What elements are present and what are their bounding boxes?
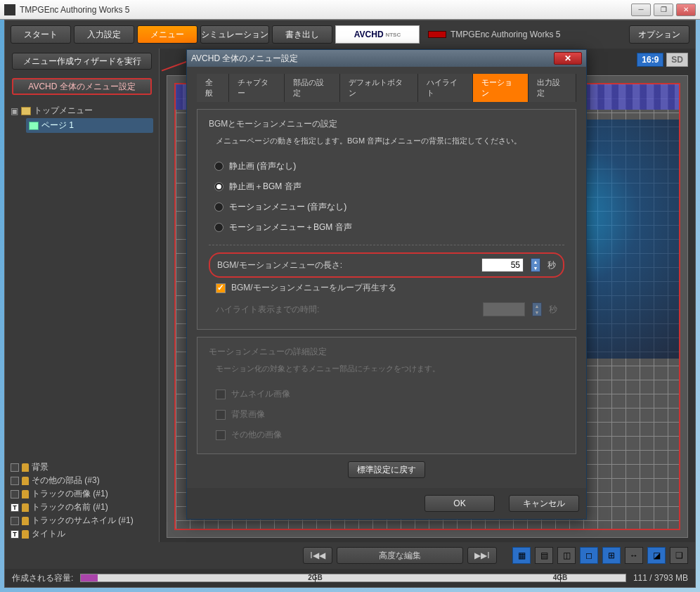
dlg-tab-default[interactable]: デフォルトボタン xyxy=(340,74,418,102)
dlg-tab-motion[interactable]: モーション xyxy=(473,74,529,102)
radio-label: 静止画＋BGM 音声 xyxy=(229,181,302,193)
layer-label: トラックの画像 (#1) xyxy=(32,488,108,500)
dialog-tabs: 全般 チャプター 部品の設定 デフォルトボタン ハイライト モーション 出力設定 xyxy=(197,74,576,102)
motion-detail-panel: モーションメニューの詳細設定 モーション化の対象とするメニュー部品にチェックをつ… xyxy=(197,337,576,454)
advanced-edit-button[interactable]: 高度な編集 xyxy=(337,547,463,564)
window-title: TMPGEnc Authoring Works 5 xyxy=(20,5,631,15)
layer-type-icon xyxy=(11,517,19,525)
layer-row[interactable]: トラックのサムネイル (#1) xyxy=(11,514,153,527)
list-view-icon[interactable]: ▤ xyxy=(535,547,553,564)
brand-text: TMPGEnc Authoring Works 5 xyxy=(451,30,561,39)
dlg-tab-general[interactable]: 全般 xyxy=(197,74,229,102)
highlight-delay-input xyxy=(483,302,525,316)
fullscreen-icon[interactable]: ◻ xyxy=(580,547,598,564)
panel2-title: モーションメニューの詳細設定 xyxy=(209,346,564,358)
length-label: BGM/モーションメニューの長さ: xyxy=(217,259,342,271)
dlg-tab-highlight[interactable]: ハイライト xyxy=(418,74,474,102)
tab-menu[interactable]: メニュー xyxy=(137,25,197,44)
spin-up-icon: ▲ xyxy=(531,259,540,265)
panel2-desc: モーション化の対象とするメニュー部品にチェックをつけます。 xyxy=(216,363,564,374)
lock-icon xyxy=(22,503,29,512)
format-name: AVCHD xyxy=(354,30,384,39)
cancel-button[interactable]: キャンセル xyxy=(509,495,579,512)
layer-type-icon xyxy=(11,477,19,485)
checkbox-icon xyxy=(216,430,226,440)
layer-type-icon xyxy=(11,463,19,472)
progress-fill xyxy=(81,574,97,581)
highlight-delay-spinner: ▲▼ xyxy=(532,302,542,316)
tree-top-label: トップメニュー xyxy=(34,105,93,117)
tab-simulation[interactable]: シミュレーション xyxy=(200,25,269,44)
layer-row[interactable]: Tタイトル xyxy=(11,527,153,541)
lock-icon xyxy=(22,490,29,498)
grid-view-icon[interactable]: ▦ xyxy=(512,547,531,564)
tab-start[interactable]: スタート xyxy=(11,25,71,44)
layer-list: 背景 その他の部品 (#3) トラックの画像 (#1) Tトラックの名前 (#1… xyxy=(5,458,159,542)
minimize-button[interactable]: ─ xyxy=(631,4,651,16)
chk-background: 背景画像 xyxy=(209,404,564,425)
close-button[interactable]: ✕ xyxy=(676,4,696,16)
text-layer-icon: T xyxy=(11,503,19,512)
snap-icon[interactable]: ◪ xyxy=(647,547,666,564)
tree-top-menu[interactable]: ▣ トップメニュー xyxy=(11,103,153,118)
reset-button[interactable]: 標準設定に戻す xyxy=(348,461,425,478)
layers-icon[interactable]: ❏ xyxy=(670,547,688,564)
progress-mark-2gb-label: 2GB xyxy=(308,574,323,581)
tab-input[interactable]: 入力設定 xyxy=(74,25,134,44)
layer-type-icon xyxy=(11,490,19,498)
sidebar: メニュー作成ウィザードを実行 AVCHD 全体のメニュー設定 ▣ トップメニュー… xyxy=(5,49,160,542)
split-icon[interactable]: ⊞ xyxy=(602,547,621,564)
wizard-button[interactable]: メニュー作成ウィザードを実行 xyxy=(12,53,152,70)
dialog-footer: OK キャンセル xyxy=(187,488,586,519)
highlight-delay-row: ハイライト表示までの時間: ▲▼ 秒 xyxy=(209,298,564,321)
layer-label: トラックのサムネイル (#1) xyxy=(32,515,134,527)
length-input[interactable]: 55 xyxy=(481,258,524,272)
tree-page1-label: ページ 1 xyxy=(41,120,74,131)
reset-row: 標準設定に戻す xyxy=(197,461,576,478)
radio-still-nosound[interactable]: 静止画 (音声なし) xyxy=(214,156,564,176)
tree-page1[interactable]: ページ 1 xyxy=(26,118,153,133)
dialog-close-button[interactable]: ✕ xyxy=(554,52,582,65)
dialog-body: 全般 チャプター 部品の設定 デフォルトボタン ハイライト モーション 出力設定… xyxy=(187,67,586,488)
highlight-delay-label: ハイライト表示までの時間: xyxy=(216,304,319,316)
format-badge: AVCHD NTSC xyxy=(335,25,420,44)
brand-bar-icon xyxy=(428,31,446,38)
ok-button[interactable]: OK xyxy=(424,495,495,512)
layer-label: トラックの名前 (#1) xyxy=(32,501,108,513)
radio-still-bgm[interactable]: 静止画＋BGM 音声 xyxy=(214,176,564,197)
dlg-tab-parts[interactable]: 部品の設定 xyxy=(285,74,340,102)
length-spinner[interactable]: ▲▼ xyxy=(531,258,540,272)
format-std: NTSC xyxy=(385,32,401,38)
tab-export[interactable]: 書き出し xyxy=(272,25,332,44)
swap-icon[interactable]: ↔ xyxy=(625,547,643,564)
loop-checkbox-row[interactable]: BGM/モーションメニューをループ再生する xyxy=(209,278,564,298)
dialog-title: AVCHD 全体のメニュー設定 xyxy=(191,53,554,65)
length-unit: 秒 xyxy=(547,259,556,271)
checkbox-icon xyxy=(216,410,226,420)
resolution-badge[interactable]: SD xyxy=(666,53,688,67)
layer-row[interactable]: トラックの画像 (#1) xyxy=(11,487,153,501)
status-size-value: 111 / 3793 MB xyxy=(633,573,688,583)
main-tabs: スタート 入力設定 メニュー シミュレーション 書き出し AVCHD NTSC … xyxy=(5,20,695,49)
folder-icon xyxy=(21,107,31,115)
global-settings-button[interactable]: AVCHD 全体のメニュー設定 xyxy=(12,78,152,95)
next-track-button[interactable]: ▶▶I xyxy=(467,547,497,564)
aspect-badge[interactable]: 16:9 xyxy=(637,53,663,67)
dlg-tab-output[interactable]: 出力設定 xyxy=(529,74,576,102)
status-size-label: 作成される容量: xyxy=(12,572,73,584)
layer-row[interactable]: その他の部品 (#3) xyxy=(11,474,153,487)
lock-icon xyxy=(22,477,29,485)
prev-track-button[interactable]: I◀◀ xyxy=(303,547,332,564)
layer-row[interactable]: Tトラックの名前 (#1) xyxy=(11,501,153,514)
panel1-title: BGMとモーションメニューの設定 xyxy=(209,118,564,130)
titlebar: TMPGEnc Authoring Works 5 ─ ❐ ✕ xyxy=(0,0,700,20)
radio-motion-bgm[interactable]: モーションメニュー＋BGM 音声 xyxy=(214,217,564,238)
maximize-button[interactable]: ❐ xyxy=(654,4,673,16)
radio-motion-nosound[interactable]: モーションメニュー (音声なし) xyxy=(214,197,564,217)
radio-icon xyxy=(214,202,223,212)
layer-row[interactable]: 背景 xyxy=(11,461,153,474)
select-icon[interactable]: ◫ xyxy=(557,547,576,564)
tab-option[interactable]: オプション xyxy=(629,25,689,44)
bgm-motion-panel: BGMとモーションメニューの設定 メニューページの動きを指定します。BGM 音声… xyxy=(197,109,576,330)
dlg-tab-chapter[interactable]: チャプター xyxy=(229,74,285,102)
